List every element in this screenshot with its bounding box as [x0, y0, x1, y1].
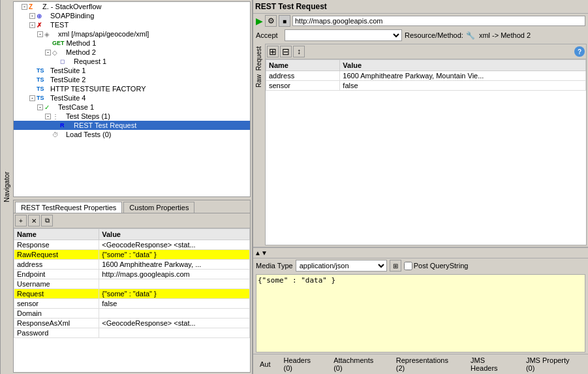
table-row[interactable]: RawRequest{"some" : "data" }: [14, 250, 250, 260]
navigator-tab[interactable]: Navigator: [0, 0, 12, 374]
accept-combo[interactable]: [285, 29, 402, 41]
media-options-button[interactable]: ⊞: [390, 260, 401, 272]
stop-button[interactable]: ■: [279, 15, 290, 27]
post-querystring-checkbox[interactable]: [404, 262, 412, 270]
props-toolbar: + ✕ ⧉: [14, 213, 250, 228]
vertical-tabs: Request Raw: [253, 42, 264, 247]
bottom-tabs: Aut Headers (0) Attachments (0) Represen…: [253, 354, 588, 374]
props-tabs: REST TestRequest Properties Custom Prope…: [14, 200, 250, 213]
move-param-button[interactable]: ↕: [293, 46, 305, 57]
media-type-combo[interactable]: application/json: [296, 260, 387, 272]
options-button[interactable]: ⚙: [265, 15, 277, 27]
tree-item-request1[interactable]: ◻Request 1: [14, 57, 250, 66]
request-body[interactable]: {"some" : "data" }: [256, 274, 585, 352]
tab-rest-props[interactable]: REST TestRequest Properties: [15, 202, 122, 213]
rest-toolbar: ▶ ⚙ ■: [253, 14, 588, 28]
params-value-header: Value: [340, 60, 586, 71]
post-querystring-label: Post QueryString: [414, 262, 469, 270]
params-table: Name Value address1600 Amphitheatre Park…: [266, 59, 586, 245]
media-type-label: Media Type: [256, 262, 293, 270]
request-params: ⊞ ⊟ ↕ ? Name Value address1600 Amphithea…: [265, 44, 587, 245]
accept-row: Accept Resource/Method: 🔧 xml -> Method …: [253, 28, 588, 42]
col-name-header: Name: [14, 229, 99, 240]
bottom-request: ▲▼ Media Type application/json ⊞ Post Qu…: [253, 247, 588, 354]
tree-item-test[interactable]: -✗TEST: [14, 20, 250, 29]
url-input[interactable]: [292, 16, 585, 26]
add-param-button[interactable]: ⊞: [267, 46, 279, 57]
post-querystring-container: Post QueryString: [404, 262, 469, 270]
bottom-tab[interactable]: Headers (0): [280, 356, 325, 373]
tree-item-httptestsuite[interactable]: TSHTTP TESTSUITE FACTORY: [14, 84, 250, 93]
resource-method-label: Resource/Method:: [405, 31, 463, 39]
help-button[interactable]: ?: [574, 46, 585, 57]
new-prop-button[interactable]: +: [15, 215, 27, 226]
navigator-label: Navigator: [3, 172, 10, 202]
bottom-tab[interactable]: Aut: [256, 360, 275, 369]
raw-vtab[interactable]: Raw: [254, 73, 264, 89]
bottom-tab[interactable]: Attachments (0): [330, 356, 387, 373]
run-button[interactable]: ▶: [256, 16, 263, 26]
left-panel: -ZZ. - StackOverflow-⊕SOAPBinding-✗TEST-…: [12, 0, 253, 374]
table-row[interactable]: ResponseAsXml<GeocodeResponse> <stat...: [14, 319, 250, 328]
table-row[interactable]: sensorfalse: [266, 81, 586, 91]
tree-view[interactable]: -ZZ. - StackOverflow-⊕SOAPBinding-✗TEST-…: [13, 1, 251, 197]
delete-prop-button[interactable]: ✕: [28, 215, 40, 226]
params-name-header: Name: [266, 60, 340, 71]
right-panel: REST Test Request ▶ ⚙ ■ Accept Resource/…: [253, 0, 588, 374]
table-row[interactable]: sensorfalse: [14, 299, 250, 309]
rest-title: REST Test Request: [255, 2, 327, 11]
props-table: Name Value Response<GeocodeResponse> <st…: [14, 228, 250, 372]
params-toolbar: ⊞ ⊟ ↕ ?: [266, 44, 586, 59]
table-row[interactable]: address1600 Amphitheatre Parkway, ...: [14, 260, 250, 270]
table-row[interactable]: Domain: [14, 309, 250, 319]
bottom-tab[interactable]: JMS Property (0): [522, 356, 583, 373]
bottom-tab[interactable]: Representations (2): [392, 356, 461, 373]
resource-method-icon: 🔧: [466, 31, 475, 40]
tree-item-testsuite1[interactable]: TSTestSuite 1: [14, 66, 250, 75]
tree-item-stackoverflow[interactable]: -ZZ. - StackOverflow: [14, 2, 250, 11]
tree-item-testsuite4[interactable]: -TSTestSuite 4: [14, 93, 250, 102]
col-value-header: Value: [99, 229, 250, 240]
accept-label: Accept: [256, 31, 282, 39]
bottom-tab[interactable]: JMS Headers: [467, 356, 517, 373]
request-vtab[interactable]: Request: [254, 45, 264, 72]
resource-method-value: xml -> Method 2: [479, 31, 531, 39]
tree-item-loadtests[interactable]: ⏱Load Tests (0): [14, 130, 250, 139]
copy-prop-button[interactable]: ⧉: [41, 215, 53, 226]
rest-body: Request Raw ⊞ ⊟ ↕ ? Name Value: [253, 42, 588, 247]
properties-panel: REST TestRequest Properties Custom Prope…: [13, 200, 251, 373]
tree-item-teststeps[interactable]: -⋮Test Steps (1): [14, 112, 250, 121]
tab-custom-props[interactable]: Custom Properties: [123, 202, 194, 213]
table-row[interactable]: Username: [14, 279, 250, 289]
table-row[interactable]: address1600 Amphitheatre Parkway, Mounta…: [266, 71, 586, 81]
tree-item-method2[interactable]: -◇Method 2: [14, 48, 250, 57]
table-row[interactable]: Endpointhttp://maps.googleapis.com: [14, 270, 250, 279]
table-row[interactable]: Response<GeocodeResponse> <stat...: [14, 240, 250, 250]
delete-param-button[interactable]: ⊟: [280, 46, 292, 57]
table-row[interactable]: Password: [14, 328, 250, 338]
tree-item-xml[interactable]: -◈xml [/maps/api/geocode/xml]: [14, 29, 250, 39]
media-row: Media Type application/json ⊞ Post Query…: [253, 258, 588, 273]
tree-item-soapbinding[interactable]: -⊕SOAPBinding: [14, 11, 250, 20]
rest-request-header: REST Test Request: [253, 0, 588, 14]
tree-item-method1[interactable]: GETMethod 1: [14, 39, 250, 48]
tree-item-testsuite2[interactable]: TSTestSuite 2: [14, 75, 250, 84]
table-row[interactable]: Request{"some" : "data" }: [14, 289, 250, 299]
tree-item-testcase1[interactable]: -✓TestCase 1: [14, 102, 250, 112]
tree-item-resttestrequest[interactable]: RREST Test Request: [14, 121, 250, 130]
